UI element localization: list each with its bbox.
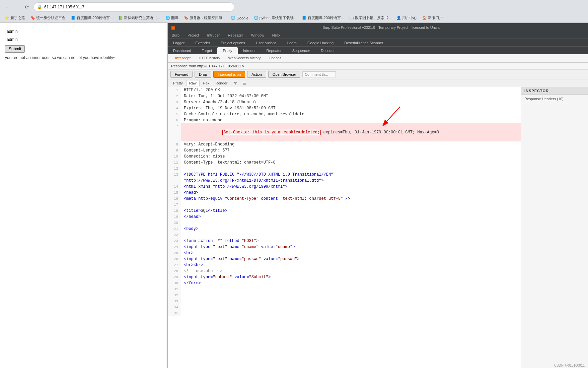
code-line: 21 <body> (168, 226, 521, 232)
tab-deserialization[interactable]: Deserialization Scanner (339, 40, 388, 46)
tab-learn[interactable]: Learn (282, 40, 302, 46)
code-tab-hex[interactable]: Hex (200, 80, 212, 86)
page-content: Submit you are not an inner user, so we … (0, 23, 588, 368)
line-content: <title>SQL</title> (181, 208, 521, 214)
tab-user-options[interactable]: User options (250, 40, 282, 46)
bookmark-item[interactable]: 🌐 Google (229, 15, 250, 21)
line-number: 12 (168, 166, 181, 172)
bookmark-item[interactable]: 🔖 统一身份认证平台 (28, 15, 68, 21)
code-line: 14 <html xmlns="http://www.w3.org/1999/x… (168, 184, 521, 190)
line-content (181, 298, 521, 304)
drop-button[interactable]: Drop (195, 71, 211, 78)
code-line: 19 </head> (168, 214, 521, 220)
line-number: 3 (168, 99, 181, 105)
password-input[interactable] (5, 36, 72, 43)
bookmark-item[interactable]: ⭐ 新手之路 (3, 15, 27, 21)
code-tab-raw[interactable]: Raw (186, 80, 200, 86)
line-number: 31 (168, 286, 181, 292)
tab-project-options[interactable]: Project options (215, 40, 250, 46)
menu-repeater[interactable]: Repeater (224, 32, 247, 39)
intercept-on-button[interactable]: Intercept is on (213, 71, 245, 78)
line-content: <head> (181, 190, 521, 196)
bookmark-item[interactable]: 👤 用户中心 (394, 15, 419, 21)
line-number: 24 (168, 244, 181, 250)
address-bar[interactable]: 🔒 61.147.171.105:60117 (33, 2, 234, 12)
proxy-tab-websockets[interactable]: WebSockets history (224, 54, 265, 62)
code-line: "http://www.w3.org/TR/xhtml1/DTD/xhtml1-… (168, 178, 521, 184)
code-line: 4 Expires: Thu, 19 Nov 1981 08:52:00 GMT (168, 105, 521, 111)
bookmark-item[interactable]: 🌐 python 库快速下载镜... (252, 15, 299, 21)
bookmark-item[interactable]: 🏠 新版门户 (420, 15, 445, 21)
line-content: "http://www.w3.org/TR/xhtml1/DTD/xhtml1-… (181, 178, 521, 184)
tab-proxy[interactable]: Proxy (217, 47, 237, 54)
code-area[interactable]: 1 HTTP/1.1 200 OK 2 Date: Tue, 11 Oct 20… (168, 87, 521, 368)
line-number: 22 (168, 232, 181, 238)
proxy-tab-http-history[interactable]: HTTP history (195, 54, 224, 62)
back-button[interactable]: ← (3, 3, 11, 11)
line-number: 25 (168, 250, 181, 256)
line-number: 26 (168, 256, 181, 262)
code-line: 20 (168, 220, 521, 226)
line-content: <!-- use.php --> (181, 268, 521, 274)
bookmark-item[interactable]: 📖 数字图书馆、搜索书... (347, 15, 393, 21)
tab-google-hacking[interactable]: Google Hacking (302, 40, 339, 46)
username-input[interactable] (5, 28, 72, 35)
tab-dashboard[interactable]: Dashboard (168, 47, 197, 54)
line-number: 30 (168, 280, 181, 286)
code-view-tabs: Pretty Raw Hex Render \n ☰ (168, 79, 588, 87)
submit-button[interactable]: Submit (5, 45, 25, 53)
forward-button[interactable]: → (13, 3, 21, 11)
code-line: 16 <meta http-equiv="Content-Type" conte… (168, 196, 521, 202)
menu-project[interactable]: Project (183, 32, 203, 39)
message-text: you are not an inner user, so we can not… (5, 55, 162, 60)
line-content (181, 310, 521, 316)
line-content: Pragma: no-cache (181, 117, 521, 123)
tab-repeater[interactable]: Repeater (261, 47, 287, 54)
line-content: <form action="#" method="POST"> (181, 238, 521, 244)
bookmark-label: 新手之路 (10, 15, 25, 20)
tab-decoder[interactable]: Decoder (315, 47, 340, 54)
code-tab-pretty[interactable]: Pretty (170, 80, 186, 86)
menu-intruder[interactable]: Intruder (203, 32, 224, 39)
line-number: 33 (168, 298, 181, 304)
comment-input[interactable] (302, 71, 336, 77)
bookmark-item[interactable]: 🌐 翻译 (163, 15, 180, 21)
proxy-tab-options[interactable]: Options (265, 54, 285, 62)
tab-sequencer[interactable]: Sequencer (287, 47, 315, 54)
bookmark-item[interactable]: 📗 新探索研究生英语（... (116, 15, 162, 21)
menu-help[interactable]: Help (268, 32, 284, 39)
bookmark-label: 新探索研究生英语（... (124, 15, 160, 20)
forward-button[interactable]: Forward (170, 71, 193, 78)
tab-logger[interactable]: Logger (168, 40, 190, 46)
bookmarks-bar: ⭐ 新手之路 🔖 统一身份认证平台 📘 百度翻译-200种语言... 📗 新探索… (0, 13, 588, 23)
inspector-section-response-headers[interactable]: Response Headers (10) (521, 95, 588, 103)
tab-target[interactable]: Target (197, 47, 218, 54)
code-tab-render[interactable]: Render (213, 80, 230, 86)
code-line: 18 <title>SQL</title> (168, 208, 521, 214)
line-content: Set-Cookie: this_is_your_cookie=deleted;… (181, 123, 521, 141)
line-content: <body> (181, 226, 521, 232)
wrap-button[interactable]: \n (232, 80, 239, 86)
burp-window: ▣ Burp Suite Professional v2021.9 - Temp… (167, 23, 588, 368)
bookmark-item[interactable]: 🔖 服务器 - 轻量应用服... (182, 15, 227, 21)
lines-button[interactable]: ☰ (241, 80, 248, 86)
line-content: Content-Length: 577 (181, 147, 521, 154)
line-content (181, 292, 521, 298)
bookmark-icon: ⭐ (5, 16, 9, 20)
reload-button[interactable]: ⟳ (23, 3, 31, 11)
bookmark-item[interactable]: 📘 百度翻译-200种语言... (300, 15, 346, 21)
code-line: 31 (168, 286, 521, 292)
line-number: 17 (168, 202, 181, 208)
open-browser-button[interactable]: Open Browser (268, 71, 300, 78)
tab-extender[interactable]: Extender (190, 40, 215, 46)
nav-buttons: ← → ⟳ (3, 3, 31, 11)
code-line: 27 <br><br> (168, 262, 521, 268)
action-button[interactable]: Action (247, 71, 266, 78)
proxy-tab-intercept[interactable]: Intercept (171, 54, 195, 62)
menu-burp[interactable]: Burp (168, 32, 183, 39)
tab-intruder[interactable]: Intruder (238, 47, 261, 54)
line-content: <!DOCTYPE html PUBLIC "-//W3C//DTD XHTML… (181, 172, 521, 178)
bookmark-item[interactable]: 📘 百度翻译-200种语言... (69, 15, 115, 21)
menu-window[interactable]: Window (247, 32, 268, 39)
bookmark-label: Google (236, 16, 248, 20)
